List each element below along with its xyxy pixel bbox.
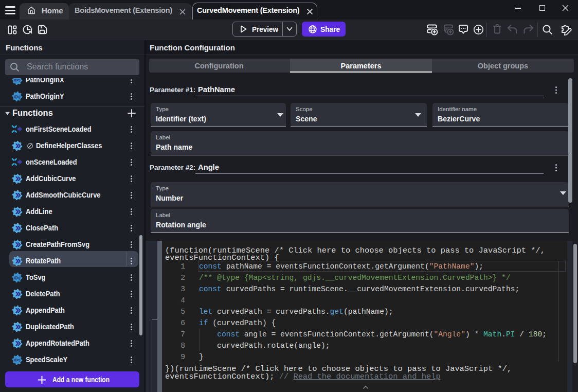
svg-text:f(x): f(x): [14, 275, 21, 280]
svg-text:f(x): f(x): [14, 358, 21, 362]
svg-text:f(x): f(x): [14, 78, 21, 82]
svg-text:f(x): f(x): [14, 94, 21, 99]
